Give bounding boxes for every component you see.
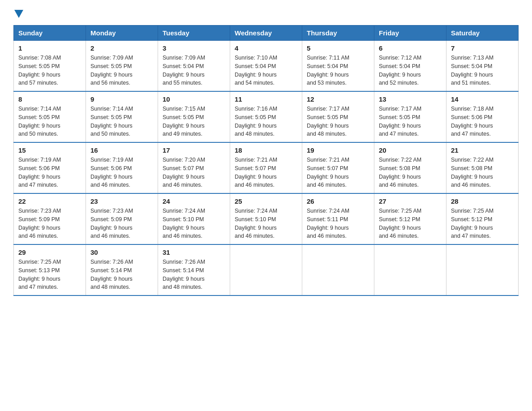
day-info: Sunrise: 7:14 AM Sunset: 5:05 PM Dayligh…: [90, 105, 153, 138]
day-number: 23: [90, 197, 153, 205]
calendar-cell: [374, 244, 446, 295]
calendar-cell: 11 Sunrise: 7:16 AM Sunset: 5:05 PM Dayl…: [230, 91, 302, 142]
day-info: Sunrise: 7:20 AM Sunset: 5:07 PM Dayligh…: [163, 156, 225, 189]
day-info: Sunrise: 7:25 AM Sunset: 5:12 PM Dayligh…: [451, 207, 514, 240]
day-info: Sunrise: 7:09 AM Sunset: 5:05 PM Dayligh…: [90, 54, 153, 87]
calendar-cell: 16 Sunrise: 7:19 AM Sunset: 5:06 PM Dayl…: [86, 142, 158, 193]
calendar-cell: 26 Sunrise: 7:24 AM Sunset: 5:11 PM Dayl…: [302, 193, 374, 244]
day-number: 5: [307, 44, 369, 52]
day-info: Sunrise: 7:19 AM Sunset: 5:06 PM Dayligh…: [18, 156, 81, 189]
day-info: Sunrise: 7:18 AM Sunset: 5:06 PM Dayligh…: [451, 105, 514, 138]
day-number: 26: [307, 197, 369, 205]
day-number: 17: [163, 146, 225, 154]
day-number: 18: [235, 146, 297, 154]
day-info: Sunrise: 7:23 AM Sunset: 5:09 PM Dayligh…: [18, 207, 81, 240]
calendar-cell: 7 Sunrise: 7:13 AM Sunset: 5:04 PM Dayli…: [446, 41, 519, 92]
logo: [13, 9, 23, 21]
calendar-cell: 25 Sunrise: 7:24 AM Sunset: 5:10 PM Dayl…: [230, 193, 302, 244]
day-number: 19: [307, 146, 369, 154]
day-number: 24: [163, 197, 225, 205]
day-number: 10: [163, 95, 225, 103]
calendar-cell: 14 Sunrise: 7:18 AM Sunset: 5:06 PM Dayl…: [446, 91, 519, 142]
day-info: Sunrise: 7:22 AM Sunset: 5:08 PM Dayligh…: [379, 156, 442, 189]
calendar-cell: 4 Sunrise: 7:10 AM Sunset: 5:04 PM Dayli…: [230, 41, 302, 92]
day-info: Sunrise: 7:17 AM Sunset: 5:05 PM Dayligh…: [307, 105, 369, 138]
day-number: 20: [379, 146, 442, 154]
calendar-body: 1 Sunrise: 7:08 AM Sunset: 5:05 PM Dayli…: [14, 41, 519, 296]
days-of-week-row: SundayMondayTuesdayWednesdayThursdayFrid…: [14, 26, 519, 41]
header-tuesday: Tuesday: [158, 26, 230, 41]
day-info: Sunrise: 7:21 AM Sunset: 5:07 PM Dayligh…: [307, 156, 369, 189]
week-row-4: 22 Sunrise: 7:23 AM Sunset: 5:09 PM Dayl…: [14, 193, 519, 244]
calendar-cell: 30 Sunrise: 7:26 AM Sunset: 5:14 PM Dayl…: [86, 244, 158, 295]
calendar-cell: 10 Sunrise: 7:15 AM Sunset: 5:05 PM Dayl…: [158, 91, 230, 142]
header-wednesday: Wednesday: [230, 26, 302, 41]
day-number: 9: [90, 95, 153, 103]
day-info: Sunrise: 7:16 AM Sunset: 5:05 PM Dayligh…: [235, 105, 297, 138]
week-row-3: 15 Sunrise: 7:19 AM Sunset: 5:06 PM Dayl…: [14, 142, 519, 193]
day-number: 7: [451, 44, 514, 52]
logo-text-area: [13, 9, 23, 21]
week-row-1: 1 Sunrise: 7:08 AM Sunset: 5:05 PM Dayli…: [14, 41, 519, 92]
header-thursday: Thursday: [302, 26, 374, 41]
day-info: Sunrise: 7:13 AM Sunset: 5:04 PM Dayligh…: [451, 54, 514, 87]
day-number: 27: [379, 197, 442, 205]
day-number: 30: [90, 248, 153, 256]
day-number: 25: [235, 197, 297, 205]
day-number: 4: [235, 44, 297, 52]
day-info: Sunrise: 7:26 AM Sunset: 5:14 PM Dayligh…: [90, 258, 153, 291]
calendar-cell: 18 Sunrise: 7:21 AM Sunset: 5:07 PM Dayl…: [230, 142, 302, 193]
logo-triangle-icon: [14, 10, 23, 18]
day-number: 31: [163, 248, 225, 256]
calendar-cell: 27 Sunrise: 7:25 AM Sunset: 5:12 PM Dayl…: [374, 193, 446, 244]
day-info: Sunrise: 7:25 AM Sunset: 5:12 PM Dayligh…: [379, 207, 442, 240]
day-info: Sunrise: 7:10 AM Sunset: 5:04 PM Dayligh…: [235, 54, 297, 87]
calendar-cell: 13 Sunrise: 7:17 AM Sunset: 5:05 PM Dayl…: [374, 91, 446, 142]
day-info: Sunrise: 7:25 AM Sunset: 5:13 PM Dayligh…: [18, 258, 81, 291]
calendar-cell: [446, 244, 519, 295]
calendar-cell: 28 Sunrise: 7:25 AM Sunset: 5:12 PM Dayl…: [446, 193, 519, 244]
day-number: 2: [90, 44, 153, 52]
day-number: 8: [18, 95, 81, 103]
calendar-cell: 21 Sunrise: 7:22 AM Sunset: 5:08 PM Dayl…: [446, 142, 519, 193]
day-number: 22: [18, 197, 81, 205]
calendar-cell: 2 Sunrise: 7:09 AM Sunset: 5:05 PM Dayli…: [86, 41, 158, 92]
day-info: Sunrise: 7:26 AM Sunset: 5:14 PM Dayligh…: [163, 258, 225, 291]
calendar-cell: 3 Sunrise: 7:09 AM Sunset: 5:04 PM Dayli…: [158, 41, 230, 92]
day-number: 15: [18, 146, 81, 154]
calendar-cell: 8 Sunrise: 7:14 AM Sunset: 5:05 PM Dayli…: [14, 91, 86, 142]
header: [13, 9, 519, 21]
calendar-cell: 6 Sunrise: 7:12 AM Sunset: 5:04 PM Dayli…: [374, 41, 446, 92]
calendar-cell: 1 Sunrise: 7:08 AM Sunset: 5:05 PM Dayli…: [14, 41, 86, 92]
calendar-cell: 17 Sunrise: 7:20 AM Sunset: 5:07 PM Dayl…: [158, 142, 230, 193]
calendar-cell: 5 Sunrise: 7:11 AM Sunset: 5:04 PM Dayli…: [302, 41, 374, 92]
calendar-cell: [302, 244, 374, 295]
calendar-cell: 9 Sunrise: 7:14 AM Sunset: 5:05 PM Dayli…: [86, 91, 158, 142]
day-info: Sunrise: 7:12 AM Sunset: 5:04 PM Dayligh…: [379, 54, 442, 87]
day-info: Sunrise: 7:11 AM Sunset: 5:04 PM Dayligh…: [307, 54, 369, 87]
header-sunday: Sunday: [14, 26, 86, 41]
day-number: 6: [379, 44, 442, 52]
day-info: Sunrise: 7:15 AM Sunset: 5:05 PM Dayligh…: [163, 105, 225, 138]
calendar-table: SundayMondayTuesdayWednesdayThursdayFrid…: [13, 25, 519, 296]
day-number: 14: [451, 95, 514, 103]
header-monday: Monday: [86, 26, 158, 41]
day-info: Sunrise: 7:19 AM Sunset: 5:06 PM Dayligh…: [90, 156, 153, 189]
calendar-cell: 23 Sunrise: 7:23 AM Sunset: 5:09 PM Dayl…: [86, 193, 158, 244]
day-number: 3: [163, 44, 225, 52]
day-number: 13: [379, 95, 442, 103]
header-friday: Friday: [374, 26, 446, 41]
day-number: 16: [90, 146, 153, 154]
calendar-cell: 12 Sunrise: 7:17 AM Sunset: 5:05 PM Dayl…: [302, 91, 374, 142]
day-number: 1: [18, 44, 81, 52]
week-row-2: 8 Sunrise: 7:14 AM Sunset: 5:05 PM Dayli…: [14, 91, 519, 142]
day-info: Sunrise: 7:24 AM Sunset: 5:10 PM Dayligh…: [235, 207, 297, 240]
day-number: 21: [451, 146, 514, 154]
calendar-cell: 20 Sunrise: 7:22 AM Sunset: 5:08 PM Dayl…: [374, 142, 446, 193]
calendar-cell: 22 Sunrise: 7:23 AM Sunset: 5:09 PM Dayl…: [14, 193, 86, 244]
week-row-5: 29 Sunrise: 7:25 AM Sunset: 5:13 PM Dayl…: [14, 244, 519, 295]
day-info: Sunrise: 7:08 AM Sunset: 5:05 PM Dayligh…: [18, 54, 81, 87]
calendar-cell: 15 Sunrise: 7:19 AM Sunset: 5:06 PM Dayl…: [14, 142, 86, 193]
day-info: Sunrise: 7:24 AM Sunset: 5:10 PM Dayligh…: [163, 207, 225, 240]
header-saturday: Saturday: [446, 26, 519, 41]
